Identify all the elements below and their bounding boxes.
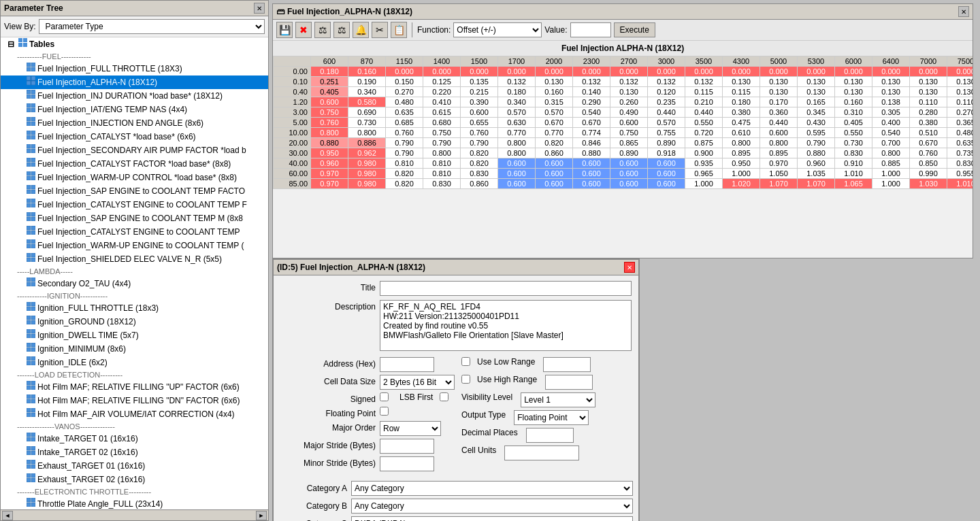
table-cell[interactable]: 0.130 xyxy=(760,77,798,87)
dialog-close-button[interactable]: ✕ xyxy=(624,262,635,273)
tree-item[interactable]: Secondary O2_TAU (4x4) xyxy=(1,277,268,290)
table-cell[interactable]: 0.132 xyxy=(498,77,536,87)
table-cell[interactable]: 0.955 xyxy=(947,169,973,179)
table-cell[interactable]: 0.440 xyxy=(648,107,685,118)
table-cell[interactable]: 1.000 xyxy=(685,179,723,189)
table-cell[interactable]: 0.950 xyxy=(311,148,348,158)
category-b-select[interactable]: Any Category xyxy=(351,499,633,514)
table-cell[interactable]: 0.750 xyxy=(610,128,648,138)
table-cell[interactable]: 0.980 xyxy=(348,169,386,179)
table-cell[interactable]: 0.130 xyxy=(872,87,910,97)
table-cell[interactable]: 0.345 xyxy=(798,107,835,118)
visibility-level-select[interactable]: Level 1 xyxy=(521,392,595,407)
table-cell[interactable]: 0.885 xyxy=(872,158,910,169)
table-cell[interactable]: 0.160 xyxy=(348,67,386,77)
table-cell[interactable]: 0.130 xyxy=(723,77,760,87)
table-cell[interactable]: 0.180 xyxy=(311,67,348,77)
table-cell[interactable]: 0.400 xyxy=(872,118,910,128)
description-textarea[interactable]: KF_RF_N_AQ_REL 1FD4 HW:211 Version:21132… xyxy=(380,300,632,351)
table-cell[interactable]: 0.000 xyxy=(498,67,536,77)
compare-button[interactable]: ⚖ xyxy=(333,22,350,38)
table-cell[interactable]: 0.130 xyxy=(760,87,798,97)
table-cell[interactable]: 0.615 xyxy=(423,107,461,118)
title-input[interactable]: Fuel Injection_ALPHA-N (18X12) xyxy=(380,281,632,296)
table-cell[interactable]: 0.890 xyxy=(648,138,685,148)
address-input[interactable]: 0x1FD4 xyxy=(380,357,434,372)
tree-item[interactable]: Exhaust_TARGET 01 (16x16) xyxy=(1,459,268,473)
table-cell[interactable]: 0.755 xyxy=(648,128,685,138)
table-cell[interactable]: 0.160 xyxy=(835,97,872,107)
table-cell[interactable]: 0.810 xyxy=(423,169,461,179)
table-cell[interactable]: 0.600 xyxy=(536,179,573,189)
table-cell[interactable]: 0.000 xyxy=(947,67,973,77)
table-cell[interactable]: 0.600 xyxy=(498,179,536,189)
scale-button[interactable]: ⚖ xyxy=(314,22,331,38)
table-cell[interactable]: 0.180 xyxy=(723,97,760,107)
table-cell[interactable]: 0.918 xyxy=(648,148,685,158)
table-cell[interactable]: 0.440 xyxy=(760,118,798,128)
table-cell[interactable]: 0.440 xyxy=(685,107,723,118)
tree-item[interactable]: Intake_TARGET 01 (16x16) xyxy=(1,432,268,446)
table-cell[interactable]: 0.480 xyxy=(947,128,973,138)
table-cell[interactable]: 0.970 xyxy=(311,169,348,179)
tree-item[interactable]: Fuel Injection_CATALYST ENGINE to COOLAN… xyxy=(1,198,268,212)
table-cell[interactable]: 1.065 xyxy=(835,179,872,189)
table-cell[interactable]: 0.115 xyxy=(685,87,723,97)
tree-item[interactable]: Ignition_FULL THROTTLE (18x3) xyxy=(1,301,268,315)
table-cell[interactable]: 0.760 xyxy=(386,128,423,138)
table-cell[interactable]: 0.990 xyxy=(910,169,947,179)
table-cell[interactable]: 0.132 xyxy=(610,77,648,87)
table-cell[interactable]: 0.965 xyxy=(685,169,723,179)
table-cell[interactable]: 0.570 xyxy=(498,107,536,118)
table-cell[interactable]: 0.251 xyxy=(311,77,348,87)
table-cell[interactable]: 0.860 xyxy=(536,148,573,158)
table-cell[interactable]: 0.000 xyxy=(648,67,685,77)
table-container[interactable]: 6008701150140015001700200023002700300035… xyxy=(273,56,973,258)
table-cell[interactable]: 0.895 xyxy=(723,148,760,158)
tree-item[interactable]: Fuel Injection_SAP ENGINE to COOLANT TEM… xyxy=(1,212,268,225)
table-cell[interactable]: 0.170 xyxy=(760,97,798,107)
table-cell[interactable]: 0.150 xyxy=(386,77,423,87)
table-cell[interactable]: 0.790 xyxy=(461,138,498,148)
use-high-range-checkbox[interactable] xyxy=(461,375,470,384)
table-cell[interactable]: 0.000 xyxy=(386,67,423,77)
tree-item[interactable]: Intake_TARGET 02 (16x16) xyxy=(1,446,268,459)
decimal-places-input[interactable]: 3 xyxy=(526,428,574,443)
table-cell[interactable]: 0.190 xyxy=(348,77,386,87)
table-cell[interactable]: 0.800 xyxy=(872,148,910,158)
table-cell[interactable]: 0.600 xyxy=(610,118,648,128)
table-cell[interactable]: 0.800 xyxy=(348,128,386,138)
table-cell[interactable]: 0.970 xyxy=(760,158,798,169)
table-cell[interactable]: 0.830 xyxy=(947,158,973,169)
table-cell[interactable]: 0.630 xyxy=(498,118,536,128)
category-c-select[interactable]: DKBA (DKBA) xyxy=(351,516,633,521)
table-cell[interactable]: 0.600 xyxy=(648,169,685,179)
tree-item[interactable]: Exhaust_TARGET 02 (16x16) xyxy=(1,473,268,486)
table-cell[interactable]: 0.635 xyxy=(947,138,973,148)
table-cell[interactable]: 0.670 xyxy=(910,138,947,148)
table-cell[interactable]: 0.130 xyxy=(947,87,973,97)
table-cell[interactable]: 1.000 xyxy=(872,169,910,179)
table-cell[interactable]: 0.730 xyxy=(835,138,872,148)
tree-item[interactable]: Hot Film MAF; RELATIVE FILLING "UP" FACT… xyxy=(1,380,268,394)
table-cell[interactable]: 0.305 xyxy=(872,107,910,118)
table-cell[interactable]: 0.655 xyxy=(461,118,498,128)
table-cell[interactable]: 1.020 xyxy=(723,179,760,189)
table-cell[interactable]: 0.000 xyxy=(760,67,798,77)
table-cell[interactable]: 0.600 xyxy=(311,97,348,107)
table-cell[interactable]: 0.270 xyxy=(947,107,973,118)
table-cell[interactable]: 0.790 xyxy=(798,138,835,148)
table-cell[interactable]: 0.970 xyxy=(311,179,348,189)
table-cell[interactable]: 0.800 xyxy=(723,138,760,148)
table-cell[interactable]: 0.340 xyxy=(498,97,536,107)
table-cell[interactable]: 0.540 xyxy=(872,128,910,138)
table-cell[interactable]: 0.770 xyxy=(498,128,536,138)
table-cell[interactable]: 0.600 xyxy=(536,158,573,169)
minor-stride-input[interactable]: 0 xyxy=(380,456,434,471)
table-cell[interactable]: 0.810 xyxy=(386,158,423,169)
table-cell[interactable]: 0.215 xyxy=(461,87,498,97)
table-cell[interactable]: 0.550 xyxy=(835,128,872,138)
tree-item[interactable]: Hot Film MAF_AIR VOLUME/IAT CORRECTION (… xyxy=(1,407,268,421)
table-cell[interactable]: 0.120 xyxy=(648,87,685,97)
table-cell[interactable]: 0.850 xyxy=(910,158,947,169)
